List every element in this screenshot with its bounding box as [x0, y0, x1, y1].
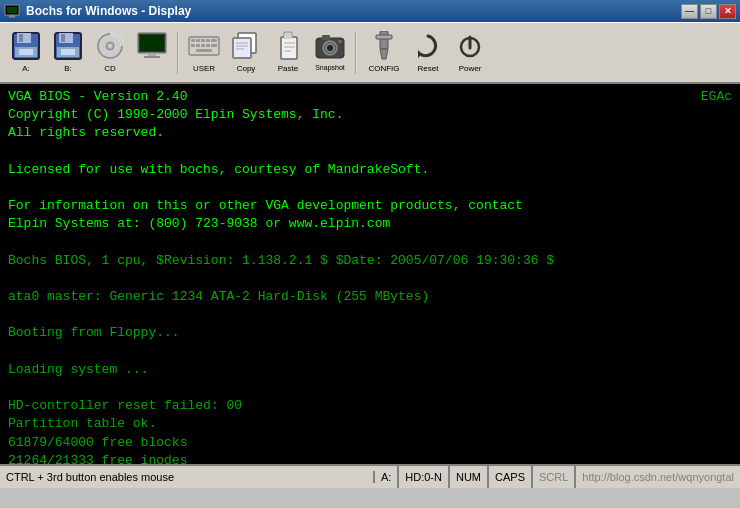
floppy-a-icon — [10, 30, 42, 62]
toolbar-sep-1 — [177, 32, 179, 74]
power-icon — [454, 30, 486, 62]
title-bar: Bochs for Windows - Display — □ ✕ — [0, 0, 740, 22]
svg-rect-25 — [206, 39, 210, 42]
display-line: Partition table ok. — [8, 415, 732, 433]
reset-label: Reset — [418, 64, 439, 73]
copy-label: Copy — [237, 64, 256, 73]
svg-rect-30 — [206, 44, 210, 47]
display-line — [8, 270, 732, 288]
svg-rect-20 — [144, 56, 160, 58]
toolbar-user[interactable]: USER — [184, 27, 224, 79]
toolbar-cd[interactable]: CD — [90, 27, 130, 79]
display-line — [8, 143, 732, 161]
title-controls: — □ ✕ — [681, 4, 736, 19]
svg-rect-34 — [233, 38, 251, 58]
close-button[interactable]: ✕ — [719, 4, 736, 19]
display-line: 21264/21333 free inodes — [8, 452, 732, 464]
svg-rect-6 — [19, 34, 23, 42]
svg-rect-2 — [9, 15, 15, 17]
display-line: ata0 master: Generic 1234 ATA-2 Hard-Dis… — [8, 288, 732, 306]
svg-rect-3 — [7, 17, 17, 18]
snapshot-label: Snapshot — [315, 64, 345, 71]
svg-rect-18 — [140, 35, 164, 51]
toolbar-floppy-a[interactable]: A: — [6, 27, 46, 79]
svg-rect-29 — [201, 44, 205, 47]
svg-rect-32 — [196, 49, 212, 52]
toolbar-floppy-b[interactable]: B: — [48, 27, 88, 79]
display-line: Copyright (C) 1990-2000 Elpin Systems, I… — [8, 106, 732, 124]
svg-rect-50 — [380, 31, 388, 49]
toolbar-config[interactable]: CONFIG — [362, 27, 406, 79]
display-line: For information on this or other VGA dev… — [8, 197, 732, 215]
title-icon — [4, 3, 20, 19]
config-label: CONFIG — [368, 64, 399, 73]
svg-rect-49 — [338, 40, 342, 43]
user-label: USER — [193, 64, 215, 73]
svg-rect-8 — [19, 49, 33, 55]
svg-marker-52 — [380, 49, 388, 59]
power-label: Power — [459, 64, 482, 73]
svg-rect-51 — [376, 35, 392, 39]
snapshot-icon — [314, 30, 346, 62]
svg-rect-13 — [61, 49, 75, 55]
svg-rect-19 — [148, 53, 156, 56]
copy-icon — [230, 30, 262, 62]
display-line: HD-controller reset failed: 00 — [8, 397, 732, 415]
display-line: 61879/64000 free blocks — [8, 434, 732, 452]
caps-indicator: CAPS — [489, 466, 533, 488]
display-line — [8, 234, 732, 252]
svg-marker-53 — [418, 50, 422, 58]
svg-point-48 — [328, 46, 332, 50]
egac-label: EGAc — [701, 88, 732, 106]
svg-rect-26 — [211, 39, 217, 42]
num-indicator: NUM — [450, 466, 489, 488]
display-line: Licensed for use with bochs, courtesy of… — [8, 161, 732, 179]
svg-rect-31 — [211, 44, 217, 47]
display-line: Booting from Floppy... — [8, 324, 732, 342]
toolbar: A: B: CD — [0, 22, 740, 84]
toolbar-paste[interactable]: Paste — [268, 27, 308, 79]
display-line: Elpin Systems at: (800) 723-9038 or www.… — [8, 215, 732, 233]
toolbar-power[interactable]: Power — [450, 27, 490, 79]
display-line — [8, 343, 732, 361]
svg-rect-11 — [61, 34, 65, 42]
status-url: http://blog.csdn.net/wqnyongtal — [576, 471, 740, 483]
display-line: VGA BIOS - Version 2.40 — [8, 88, 732, 106]
floppy-b-icon — [52, 30, 84, 62]
toolbar-reset[interactable]: Reset — [408, 27, 448, 79]
floppy-a-label: A: — [22, 64, 30, 73]
display-content: VGA BIOS - Version 2.40Copyright (C) 199… — [8, 88, 732, 464]
toolbar-copy[interactable]: Copy — [226, 27, 266, 79]
display-line: Bochs BIOS, 1 cpu, $Revision: 1.138.2.1 … — [8, 252, 732, 270]
maximize-button[interactable]: □ — [700, 4, 717, 19]
svg-rect-24 — [201, 39, 205, 42]
svg-rect-45 — [322, 35, 330, 40]
display-line — [8, 179, 732, 197]
svg-rect-1 — [7, 7, 17, 13]
svg-rect-40 — [284, 35, 292, 39]
paste-icon — [272, 30, 304, 62]
svg-rect-28 — [196, 44, 200, 47]
drive-indicator: A: — [375, 466, 399, 488]
minimize-button[interactable]: — — [681, 4, 698, 19]
toolbar-sep-2 — [355, 32, 357, 74]
toolbar-snapshot[interactable]: Snapshot — [310, 27, 350, 79]
floppy-b-label: B: — [64, 64, 72, 73]
drive-info: HD:0-N — [399, 466, 450, 488]
display-line — [8, 306, 732, 324]
reset-icon — [412, 30, 444, 62]
config-icon — [368, 30, 400, 62]
status-left-text: CTRL + 3rd button enables mouse — [0, 471, 375, 483]
status-bar: CTRL + 3rd button enables mouse A: HD:0-… — [0, 464, 740, 488]
display-line: All rights reserved. — [8, 124, 732, 142]
screen-icon — [136, 30, 168, 62]
cd-icon — [94, 30, 126, 62]
scrl-indicator: SCRL — [533, 466, 576, 488]
title-text: Bochs for Windows - Display — [4, 3, 191, 19]
display-line — [8, 379, 732, 397]
svg-rect-38 — [281, 37, 297, 59]
toolbar-screen[interactable] — [132, 27, 172, 79]
display-area: EGAc VGA BIOS - Version 2.40Copyright (C… — [0, 84, 740, 464]
svg-rect-22 — [191, 39, 195, 42]
status-right: A: HD:0-N NUM CAPS SCRL http://blog.csdn… — [375, 466, 740, 488]
